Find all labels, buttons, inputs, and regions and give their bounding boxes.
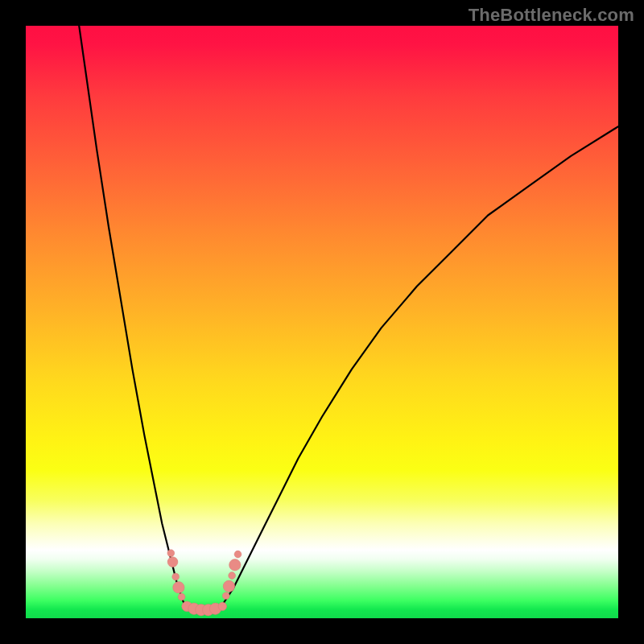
marker-point (172, 573, 180, 580)
marker-point (173, 582, 184, 593)
marker-point (218, 602, 226, 610)
curve-lines (79, 26, 618, 613)
marker-point (223, 580, 234, 592)
series-right-branch (221, 126, 618, 606)
marker-point (167, 550, 175, 557)
marker-point (167, 557, 178, 568)
plot-area (26, 26, 618, 618)
marker-point (229, 572, 236, 580)
marker-point (234, 551, 242, 558)
marker-point (178, 593, 185, 601)
marker-point (229, 559, 241, 571)
marker-point (222, 592, 229, 600)
chart-frame: TheBottleneck.com (0, 0, 644, 644)
series-left-branch (79, 26, 185, 606)
chart-svg (26, 26, 618, 618)
curve-markers (167, 550, 242, 616)
watermark-text: TheBottleneck.com (469, 5, 634, 26)
